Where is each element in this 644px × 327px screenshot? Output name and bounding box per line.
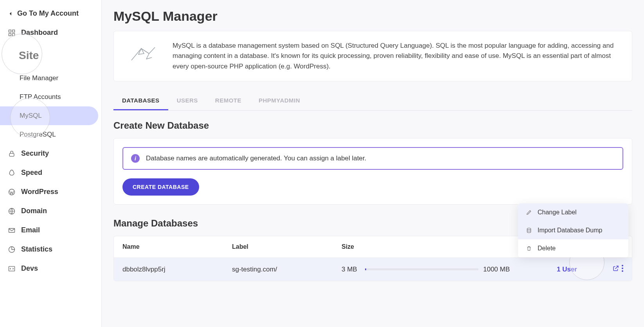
dropdown-item-label: Import Database Dump (538, 227, 602, 234)
dashboard-icon (8, 29, 16, 37)
create-heading: Create New Database (113, 120, 632, 131)
dropdown-change-label[interactable]: Change Label (518, 203, 628, 221)
globe-icon (8, 207, 16, 215)
sidebar-item-label: Security (21, 149, 49, 158)
sidebar-item-postgresql[interactable]: PostgreSQL (0, 125, 101, 144)
sidebar-item-label: Email (21, 226, 40, 234)
external-link-icon[interactable] (612, 265, 619, 274)
sidebar-item-label: Dashboard (21, 29, 58, 37)
svg-rect-2 (9, 33, 11, 36)
pencil-icon (526, 209, 532, 216)
db-size-bar (365, 268, 479, 270)
sidebar-item-wordpress[interactable]: WordPress (0, 182, 101, 201)
sidebar-item-label: Speed (21, 169, 42, 177)
db-size-value: 3 MB (342, 266, 360, 273)
sidebar-item-label: Site (19, 49, 39, 62)
sidebar-item-security[interactable]: Security (0, 144, 101, 163)
db-name-cell: dbbolz8lvpp5rj (122, 266, 232, 273)
db-users-link[interactable]: 1 User (557, 266, 600, 273)
info-banner: i Database names are automatically gener… (122, 147, 623, 170)
page-title: MySQL Manager (113, 9, 632, 24)
sidebar-item-statistics[interactable]: Statistics (0, 240, 101, 259)
sidebar-item-dashboard[interactable]: Dashboard (0, 23, 101, 42)
dropdown-delete[interactable]: Delete (518, 239, 628, 257)
dropdown-import-dump[interactable]: Import Database Dump (518, 221, 628, 239)
sidebar-item-label: Statistics (21, 245, 52, 253)
col-header-name: Name (122, 243, 232, 250)
rocket-icon (8, 169, 16, 177)
tab-remote[interactable]: REMOTE (207, 92, 250, 110)
sidebar-item-label: File Manager (20, 74, 58, 82)
row-actions-menu-button[interactable] (622, 265, 623, 274)
sidebar-item-ftp-accounts[interactable]: FTP Accounts (0, 88, 101, 106)
code-icon (8, 265, 16, 273)
sidebar-item-label: PostgreSQL (20, 131, 56, 138)
dropdown-item-label: Delete (538, 245, 556, 252)
sidebar-item-site[interactable]: Site (0, 42, 101, 69)
table-row: dbbolz8lvpp5rj sg-testing.com/ 3 MB 1000… (114, 258, 632, 281)
sidebar-item-label: Devs (21, 264, 38, 273)
tab-phpmyadmin[interactable]: PHPMYADMIN (250, 92, 309, 110)
db-label-cell: sg-testing.com/ (232, 266, 342, 273)
trash-icon (526, 245, 532, 252)
sidebar-item-label: WordPress (21, 188, 58, 196)
back-link-label: Go To My Account (17, 9, 79, 18)
lock-icon (8, 150, 16, 158)
sidebar-item-mysql[interactable]: MySQL (0, 106, 98, 125)
col-header-label: Label (232, 243, 342, 250)
svg-rect-0 (9, 30, 11, 32)
sidebar-item-email[interactable]: Email (0, 221, 101, 240)
db-size-cell: 3 MB 1000 MB (342, 266, 557, 273)
dropdown-item-label: Change Label (538, 209, 577, 216)
sidebar-item-domain[interactable]: Domain (0, 201, 101, 221)
intro-text: MySQL is a database management system ba… (173, 41, 620, 72)
tabs: DATABASES USERS REMOTE PHPMYADMIN (113, 92, 632, 111)
info-banner-text: Database names are automatically generat… (146, 155, 366, 162)
create-database-button[interactable]: CREATE DATABASE (122, 178, 199, 196)
svg-rect-3 (13, 33, 15, 36)
database-icon (526, 227, 532, 234)
tab-users[interactable]: USERS (168, 92, 207, 110)
main-content: MySQL Manager MySQL is a database manage… (102, 0, 644, 327)
mysql-logo-icon (126, 41, 161, 68)
back-to-account-link[interactable]: Go To My Account (0, 4, 101, 23)
intro-card: MySQL is a database management system ba… (113, 31, 632, 81)
pie-chart-icon (8, 246, 16, 253)
row-actions-dropdown: Change Label Import Database Dump Delete (518, 203, 628, 257)
wordpress-icon (8, 188, 16, 196)
mail-icon (8, 226, 16, 234)
sidebar-item-label: Domain (21, 207, 47, 215)
tab-databases[interactable]: DATABASES (113, 92, 168, 110)
svg-rect-1 (13, 30, 15, 32)
svg-rect-7 (9, 228, 15, 232)
create-database-card: i Database names are automatically gener… (113, 138, 632, 205)
sidebar-item-file-manager[interactable]: File Manager (0, 69, 101, 88)
sidebar-item-label: MySQL (20, 112, 42, 120)
sidebar-item-speed[interactable]: Speed (0, 163, 101, 182)
svg-rect-9 (9, 266, 15, 271)
info-icon: i (131, 154, 140, 163)
sidebar-item-devs[interactable]: Devs (0, 259, 101, 278)
db-size-max: 1000 MB (483, 266, 514, 273)
svg-rect-4 (9, 153, 14, 156)
sidebar-item-label: FTP Accounts (20, 93, 61, 101)
arrow-left-icon (8, 11, 13, 16)
svg-point-10 (527, 228, 531, 230)
sidebar: Go To My Account Dashboard Site File Man… (0, 0, 102, 327)
